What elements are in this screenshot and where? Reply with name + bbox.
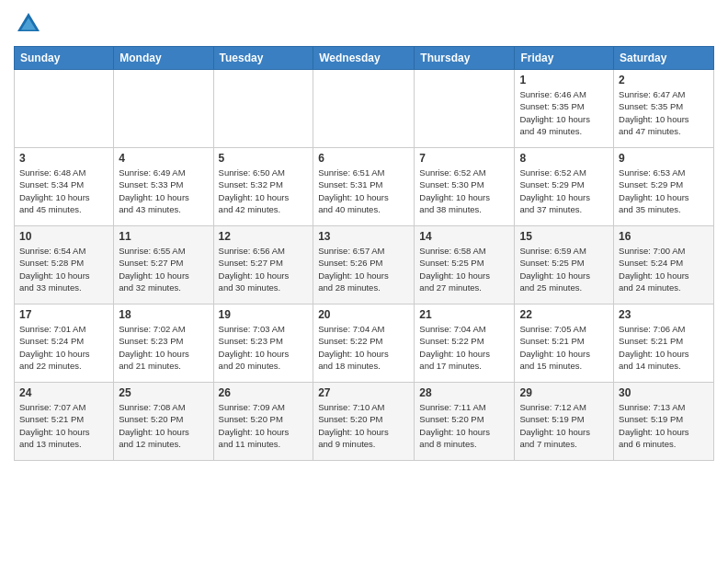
day-info: Sunrise: 6:46 AM Sunset: 5:35 PM Dayligh…: [519, 88, 609, 137]
day-number: 6: [318, 152, 409, 165]
day-info: Sunrise: 6:56 AM Sunset: 5:27 PM Dayligh…: [219, 245, 309, 293]
day-number: 23: [619, 308, 709, 321]
calendar-cell: [415, 70, 515, 148]
day-info: Sunrise: 7:08 AM Sunset: 5:20 PM Dayligh…: [119, 401, 208, 450]
day-number: 10: [19, 230, 108, 243]
calendar-week-row: 10Sunrise: 6:54 AM Sunset: 5:28 PM Dayli…: [15, 226, 714, 304]
day-number: 3: [19, 152, 108, 165]
calendar-cell: 2Sunrise: 6:47 AM Sunset: 5:35 PM Daylig…: [614, 70, 714, 148]
calendar-cell: 17Sunrise: 7:01 AM Sunset: 5:24 PM Dayli…: [15, 304, 114, 383]
logo: [14, 9, 49, 39]
calendar-cell: 18Sunrise: 7:02 AM Sunset: 5:23 PM Dayli…: [114, 304, 213, 383]
day-number: 28: [419, 386, 509, 399]
calendar-cell: 3Sunrise: 6:48 AM Sunset: 5:34 PM Daylig…: [15, 148, 114, 226]
calendar-table: SundayMondayTuesdayWednesdayThursdayFrid…: [14, 46, 714, 461]
day-info: Sunrise: 7:10 AM Sunset: 5:20 PM Dayligh…: [318, 401, 409, 450]
day-number: 9: [619, 152, 709, 165]
day-info: Sunrise: 6:50 AM Sunset: 5:32 PM Dayligh…: [219, 167, 309, 215]
calendar-cell: 16Sunrise: 7:00 AM Sunset: 5:24 PM Dayli…: [614, 226, 714, 304]
calendar-body: 1Sunrise: 6:46 AM Sunset: 5:35 PM Daylig…: [15, 70, 714, 461]
calendar-cell: 30Sunrise: 7:13 AM Sunset: 5:19 PM Dayli…: [614, 383, 714, 461]
day-info: Sunrise: 7:09 AM Sunset: 5:20 PM Dayligh…: [219, 401, 309, 450]
day-number: 15: [519, 230, 609, 243]
day-number: 11: [119, 230, 208, 243]
calendar-cell: 22Sunrise: 7:05 AM Sunset: 5:21 PM Dayli…: [515, 304, 614, 383]
day-number: 2: [619, 74, 709, 86]
day-of-week-header: Sunday: [15, 47, 114, 70]
page: SundayMondayTuesdayWednesdayThursdayFrid…: [0, 0, 728, 475]
calendar-cell: [114, 70, 213, 148]
day-info: Sunrise: 6:53 AM Sunset: 5:29 PM Dayligh…: [619, 167, 709, 215]
header-row: SundayMondayTuesdayWednesdayThursdayFrid…: [15, 47, 714, 70]
calendar-cell: 4Sunrise: 6:49 AM Sunset: 5:33 PM Daylig…: [114, 148, 213, 226]
day-info: Sunrise: 6:52 AM Sunset: 5:29 PM Dayligh…: [519, 167, 609, 215]
calendar-cell: 5Sunrise: 6:50 AM Sunset: 5:32 PM Daylig…: [213, 148, 313, 226]
calendar-cell: 11Sunrise: 6:55 AM Sunset: 5:27 PM Dayli…: [114, 226, 213, 304]
logo-icon: [14, 9, 43, 39]
calendar-cell: 1Sunrise: 6:46 AM Sunset: 5:35 PM Daylig…: [515, 70, 614, 148]
day-number: 22: [519, 308, 609, 321]
day-info: Sunrise: 7:06 AM Sunset: 5:21 PM Dayligh…: [619, 323, 709, 372]
day-info: Sunrise: 6:58 AM Sunset: 5:25 PM Dayligh…: [419, 245, 509, 293]
calendar-cell: 19Sunrise: 7:03 AM Sunset: 5:23 PM Dayli…: [213, 304, 313, 383]
day-number: 7: [419, 152, 509, 165]
day-info: Sunrise: 6:49 AM Sunset: 5:33 PM Dayligh…: [119, 167, 208, 215]
day-info: Sunrise: 7:12 AM Sunset: 5:19 PM Dayligh…: [519, 401, 609, 450]
calendar-cell: 13Sunrise: 6:57 AM Sunset: 5:26 PM Dayli…: [313, 226, 415, 304]
day-number: 1: [519, 74, 609, 86]
day-of-week-header: Wednesday: [313, 47, 415, 70]
calendar-week-row: 17Sunrise: 7:01 AM Sunset: 5:24 PM Dayli…: [15, 304, 714, 383]
day-number: 17: [19, 308, 108, 321]
calendar-cell: 7Sunrise: 6:52 AM Sunset: 5:30 PM Daylig…: [415, 148, 515, 226]
day-of-week-header: Saturday: [614, 47, 714, 70]
day-info: Sunrise: 7:07 AM Sunset: 5:21 PM Dayligh…: [19, 401, 108, 450]
day-info: Sunrise: 6:51 AM Sunset: 5:31 PM Dayligh…: [318, 167, 409, 215]
day-number: 26: [219, 386, 309, 399]
calendar-cell: 26Sunrise: 7:09 AM Sunset: 5:20 PM Dayli…: [213, 383, 313, 461]
day-number: 16: [619, 230, 709, 243]
day-info: Sunrise: 7:02 AM Sunset: 5:23 PM Dayligh…: [119, 323, 208, 372]
calendar-cell: 8Sunrise: 6:52 AM Sunset: 5:29 PM Daylig…: [515, 148, 614, 226]
day-number: 5: [219, 152, 309, 165]
day-number: 19: [219, 308, 309, 321]
day-info: Sunrise: 7:04 AM Sunset: 5:22 PM Dayligh…: [419, 323, 509, 372]
calendar-cell: [213, 70, 313, 148]
calendar-cell: 28Sunrise: 7:11 AM Sunset: 5:20 PM Dayli…: [415, 383, 515, 461]
calendar-cell: 14Sunrise: 6:58 AM Sunset: 5:25 PM Dayli…: [415, 226, 515, 304]
day-info: Sunrise: 6:59 AM Sunset: 5:25 PM Dayligh…: [519, 245, 609, 293]
header: [14, 9, 714, 39]
day-number: 18: [119, 308, 208, 321]
day-number: 14: [419, 230, 509, 243]
day-number: 24: [19, 386, 108, 399]
day-number: 25: [119, 386, 208, 399]
calendar-cell: 23Sunrise: 7:06 AM Sunset: 5:21 PM Dayli…: [614, 304, 714, 383]
day-number: 29: [519, 386, 609, 399]
day-of-week-header: Tuesday: [213, 47, 313, 70]
day-info: Sunrise: 6:47 AM Sunset: 5:35 PM Dayligh…: [619, 88, 709, 137]
day-info: Sunrise: 7:11 AM Sunset: 5:20 PM Dayligh…: [419, 401, 509, 450]
day-number: 8: [519, 152, 609, 165]
day-number: 4: [119, 152, 208, 165]
calendar-cell: 25Sunrise: 7:08 AM Sunset: 5:20 PM Dayli…: [114, 383, 213, 461]
calendar-cell: 20Sunrise: 7:04 AM Sunset: 5:22 PM Dayli…: [313, 304, 415, 383]
calendar-week-row: 1Sunrise: 6:46 AM Sunset: 5:35 PM Daylig…: [15, 70, 714, 148]
day-info: Sunrise: 6:48 AM Sunset: 5:34 PM Dayligh…: [19, 167, 108, 215]
day-info: Sunrise: 7:13 AM Sunset: 5:19 PM Dayligh…: [619, 401, 709, 450]
calendar-cell: [15, 70, 114, 148]
day-info: Sunrise: 6:57 AM Sunset: 5:26 PM Dayligh…: [318, 245, 409, 293]
calendar-cell: 29Sunrise: 7:12 AM Sunset: 5:19 PM Dayli…: [515, 383, 614, 461]
day-info: Sunrise: 7:05 AM Sunset: 5:21 PM Dayligh…: [519, 323, 609, 372]
day-number: 30: [619, 386, 709, 399]
day-number: 13: [318, 230, 409, 243]
day-number: 27: [318, 386, 409, 399]
day-number: 21: [419, 308, 509, 321]
calendar-week-row: 3Sunrise: 6:48 AM Sunset: 5:34 PM Daylig…: [15, 148, 714, 226]
day-info: Sunrise: 7:01 AM Sunset: 5:24 PM Dayligh…: [19, 323, 108, 372]
calendar-cell: 21Sunrise: 7:04 AM Sunset: 5:22 PM Dayli…: [415, 304, 515, 383]
day-info: Sunrise: 6:52 AM Sunset: 5:30 PM Dayligh…: [419, 167, 509, 215]
calendar-cell: 12Sunrise: 6:56 AM Sunset: 5:27 PM Dayli…: [213, 226, 313, 304]
day-number: 20: [318, 308, 409, 321]
calendar-cell: 10Sunrise: 6:54 AM Sunset: 5:28 PM Dayli…: [15, 226, 114, 304]
day-of-week-header: Thursday: [415, 47, 515, 70]
calendar-cell: 9Sunrise: 6:53 AM Sunset: 5:29 PM Daylig…: [614, 148, 714, 226]
